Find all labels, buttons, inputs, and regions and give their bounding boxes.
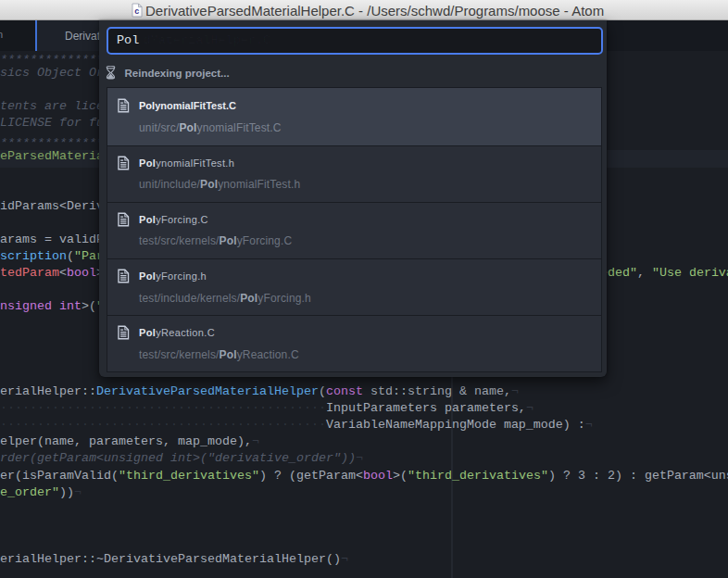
svg-text:c: c [134,6,139,16]
